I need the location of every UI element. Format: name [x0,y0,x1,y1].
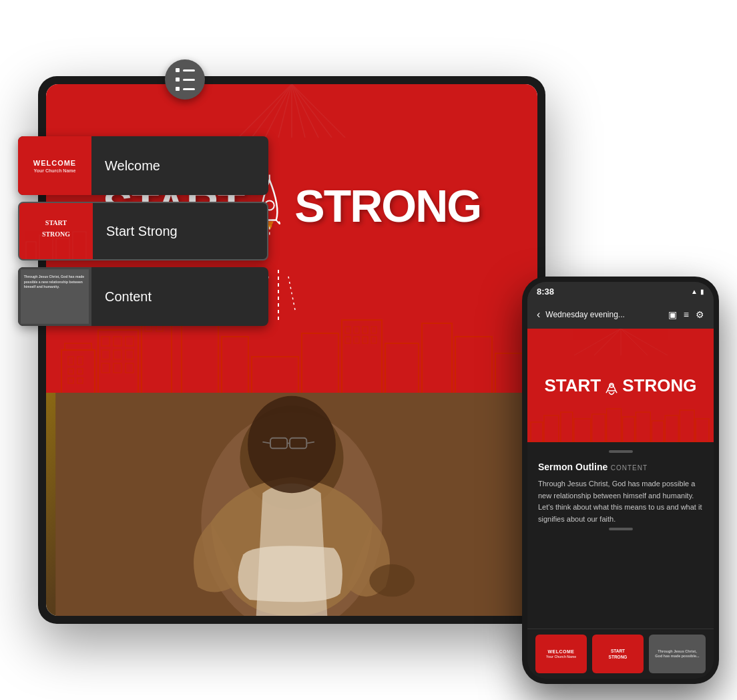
phone-rays [567,329,674,355]
phone-thumb-startstrong-title: STARTSTRONG [609,648,628,660]
thumb-content: Through Jesus Christ, God has made possi… [18,267,91,326]
phone-status-bar: 8:38 ▲ ▮ [527,282,714,301]
phone-bottom-thumbs: WELCOME Your Church Name STARTSTRONG Thr… [527,629,714,679]
svg-rect-41 [422,323,452,403]
sidebar-content-label: Content [91,289,165,305]
svg-line-7 [292,84,332,138]
svg-rect-90 [665,415,678,442]
phone-drag-handle-2 [609,528,633,530]
preacher-area [46,393,537,616]
svg-rect-24 [113,350,121,359]
svg-text:START: START [45,219,67,226]
phone-sermon-body: Through Jesus Christ, God has made possi… [538,478,703,525]
svg-rect-39 [342,320,382,403]
phone-thumb-content-text: Through Jesus Christ, God has made possi… [652,647,703,661]
wifi-icon: ▲ [691,288,698,295]
svg-rect-91 [680,410,694,442]
svg-rect-47 [371,327,377,333]
gear-icon[interactable]: ⚙ [696,309,704,320]
svg-rect-49 [354,337,359,343]
svg-rect-44 [345,327,350,333]
phone-slide-area: START STRONG [527,329,714,442]
phone-nav-title: Wednesday evening... [545,310,663,319]
svg-rect-23 [101,350,109,359]
thumb-welcome: WELCOME Your Church Name [18,136,91,195]
svg-rect-27 [113,363,121,373]
svg-point-57 [248,396,336,493]
sidebar-startstrong-label: Start Strong [93,224,191,239]
phone-screen: 8:38 ▲ ▮ ‹ Wednesday evening... ▣ ≡ ⚙ [527,282,714,679]
svg-rect-86 [607,409,622,442]
list-icon[interactable]: ≡ [684,309,689,320]
svg-rect-45 [354,327,359,333]
phone-back-button[interactable]: ‹ [537,309,540,321]
phone-sermon-title: Sermon Outline [538,462,607,472]
svg-rect-17 [68,378,73,383]
svg-line-6 [292,84,318,138]
scene: START [18,23,719,677]
battery-icon: ▮ [700,288,704,295]
svg-line-5 [292,84,305,138]
phone-slide-word-strong: STRONG [622,375,696,396]
svg-line-8 [292,84,345,138]
phone-time: 8:38 [537,287,554,297]
phone-nav-bar[interactable]: ‹ Wednesday evening... ▣ ≡ ⚙ [527,301,714,329]
svg-line-79 [621,329,668,355]
phone-drag-handle [609,450,633,453]
thumb-startstrong: START STRONG [19,202,93,260]
svg-point-63 [369,564,415,596]
sidebar: WELCOME Your Church Name Welcome START S… [18,96,268,333]
svg-rect-15 [68,369,73,374]
phone-content-tag: CONTENT [611,464,648,472]
svg-rect-87 [622,417,634,442]
svg-rect-84 [574,419,591,442]
svg-rect-46 [362,327,368,333]
svg-rect-25 [126,350,134,359]
slide-word-strong: STRONG [294,179,481,231]
sidebar-welcome-label: Welcome [91,158,174,174]
svg-rect-81 [531,422,543,442]
svg-text:Through Jesus Christ, God has : Through Jesus Christ, God has made [24,275,85,279]
svg-rect-16 [77,369,83,374]
phone-nav-icons: ▣ ≡ ⚙ [668,309,704,320]
svg-line-34 [288,277,295,310]
svg-rect-12 [65,343,91,350]
svg-rect-85 [592,414,605,442]
phone-rocket-icon [605,373,618,397]
phone-status-icons: ▲ ▮ [691,288,704,295]
svg-rect-92 [696,419,709,442]
thumb-welcome-title: WELCOME [33,159,76,167]
sidebar-item-welcome[interactable]: WELCOME Your Church Name Welcome [18,136,268,195]
svg-rect-88 [636,412,650,442]
svg-line-3 [278,84,292,138]
phone-thumb-welcome[interactable]: WELCOME Your Church Name [535,635,587,673]
svg-rect-14 [77,357,83,365]
monitor-icon[interactable]: ▣ [668,309,677,320]
svg-rect-82 [544,415,559,442]
svg-line-2 [265,84,292,138]
thumb-startstrong-image: START STRONG [19,202,93,260]
svg-rect-28 [126,363,134,373]
svg-rect-21 [113,337,121,346]
svg-rect-48 [345,337,350,343]
phone-slide-title: START STRONG [545,373,697,397]
phone-slide-word-start: START [545,375,601,396]
phone-thumb-welcome-sub: Your Church Name [546,655,576,659]
phone-sermon-title-row: Sermon Outline CONTENT [538,461,703,473]
phone-thumb-content[interactable]: Through Jesus Christ, God has made possi… [649,635,706,673]
svg-rect-22 [126,337,134,346]
svg-rect-89 [652,421,664,442]
phone-thumb-welcome-title: WELCOME [547,649,574,654]
sidebar-item-content[interactable]: Through Jesus Christ, God has made possi… [18,267,268,326]
svg-rect-50 [362,337,368,343]
thumb-content-image: Through Jesus Christ, God has made possi… [21,267,89,326]
phone-content-area: Sermon Outline CONTENT Through Jesus Chr… [527,442,714,629]
menu-button[interactable] [165,59,205,100]
svg-rect-83 [561,412,573,442]
svg-text:himself and humanity.: himself and humanity. [24,285,60,289]
svg-rect-20 [101,337,109,346]
svg-text:STRONG: STRONG [42,230,70,238]
phone-thumb-startstrong[interactable]: STARTSTRONG [592,635,644,673]
phone-city-skyline [527,402,714,442]
sidebar-item-startstrong[interactable]: START STRONG Start Strong [18,202,268,260]
